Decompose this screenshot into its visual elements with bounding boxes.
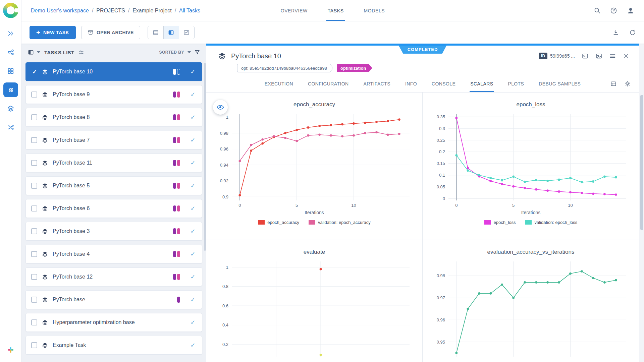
id-value[interactable]: 59f99d65 ...: [550, 53, 575, 59]
console-output-icon[interactable]: [582, 53, 589, 60]
scrollbar-thumb[interactable]: [640, 95, 643, 230]
chart-view-icon[interactable]: [179, 26, 194, 39]
task-checkbox[interactable]: [31, 297, 37, 303]
filter-icon[interactable]: [194, 49, 200, 55]
table-view-icon[interactable]: [148, 26, 163, 39]
top-tab-tasks[interactable]: TASKS: [326, 0, 345, 21]
task-tags-pill: [173, 160, 180, 166]
slack-icon[interactable]: [3, 343, 18, 357]
task-tags-pill: [173, 228, 180, 234]
task-row[interactable]: PyTorch base: [25, 290, 202, 309]
task-checkbox[interactable]: [31, 183, 37, 189]
task-status-check-icon: [189, 114, 197, 121]
new-task-button[interactable]: NEW TASK: [30, 26, 76, 39]
left-nav-rail: [0, 0, 21, 362]
task-row[interactable]: Example Task: [25, 336, 202, 355]
user-avatar[interactable]: [627, 7, 635, 15]
task-row[interactable]: PyTorch base 11: [25, 154, 202, 172]
projects-icon[interactable]: [3, 82, 18, 97]
detail-tab-console[interactable]: CONSOLE: [431, 75, 456, 92]
task-checkbox[interactable]: [31, 69, 37, 75]
task-checkbox[interactable]: [31, 251, 37, 257]
experiments-icon[interactable]: [3, 101, 18, 116]
detail-tab-debug-samples[interactable]: DEBUG SAMPLES: [538, 75, 581, 92]
close-icon[interactable]: [623, 53, 630, 59]
detail-tab-configuration[interactable]: CONFIGURATION: [307, 75, 350, 92]
task-row[interactable]: PyTorch base 9: [25, 85, 202, 104]
task-row[interactable]: PyTorch base 6: [25, 199, 202, 218]
task-title: PyTorch base 10: [231, 52, 281, 60]
task-type-icon: [42, 137, 48, 143]
task-row[interactable]: Hyperparameter optimization base: [25, 313, 202, 332]
breadcrumb-separator: /: [128, 8, 129, 14]
task-checkbox[interactable]: [31, 137, 37, 143]
legend-item[interactable]: validation: epoch_loss: [525, 220, 577, 225]
legend-item[interactable]: epoch_accuracy: [258, 220, 299, 225]
split-view-icon[interactable]: [163, 26, 179, 39]
task-tags-pill: [173, 183, 180, 189]
breadcrumb-item[interactable]: Demo User's workspace: [31, 8, 89, 14]
top-tab-overview[interactable]: OVERVIEW: [279, 0, 309, 21]
detail-tab-execution[interactable]: EXECUTION: [264, 75, 294, 92]
legend-item[interactable]: validation: epoch_accuracy: [309, 220, 371, 225]
clearml-logo[interactable]: [3, 3, 18, 18]
chart-legend: epoch_lossvalidation: epoch_loss: [484, 220, 578, 225]
status-line: COMPLETED: [206, 44, 639, 46]
task-checkbox[interactable]: [31, 342, 37, 348]
top-bar: Demo User's workspace/PROJECTS/Example P…: [21, 0, 644, 21]
download-icon[interactable]: [612, 29, 619, 36]
task-checkbox[interactable]: [31, 114, 37, 120]
dashboard-icon[interactable]: [3, 26, 18, 41]
task-tag-chip[interactable]: opt: 85e5482ddd7149b8ba0446356eedca98: [237, 64, 333, 72]
auto-refresh-icon[interactable]: [629, 29, 636, 36]
legend-item[interactable]: epoch_loss: [484, 220, 516, 225]
task-row[interactable]: PyTorch base 5: [25, 176, 202, 195]
sort-direction-icon[interactable]: [187, 51, 191, 53]
breadcrumb-separator: /: [175, 8, 176, 14]
chart-plot[interactable]: 0.20.40.60.81: [210, 259, 418, 357]
task-checkbox[interactable]: [31, 160, 37, 166]
open-archive-button[interactable]: OPEN ARCHIVE: [81, 26, 140, 39]
task-row[interactable]: PyTorch base 7: [25, 131, 202, 149]
top-tab-models[interactable]: MODELS: [363, 0, 386, 21]
svg-text:10: 10: [568, 203, 573, 208]
detail-scrollbar[interactable]: [639, 44, 644, 362]
task-checkbox[interactable]: [31, 228, 37, 234]
tasks-list-scrollbar[interactable]: [204, 63, 206, 251]
chart-plot[interactable]: 0.950.960.970.98: [427, 259, 635, 357]
task-tags-pill: [173, 205, 180, 212]
task-checkbox[interactable]: [31, 319, 37, 325]
task-tags-pill: [173, 137, 180, 143]
column-settings-icon[interactable]: [78, 49, 84, 55]
help-icon[interactable]: [610, 7, 617, 14]
breadcrumb-item[interactable]: All Tasks: [179, 8, 200, 14]
workers-queues-icon[interactable]: [3, 120, 18, 135]
settings-gear-icon[interactable]: [624, 80, 631, 87]
task-row[interactable]: PyTorch base 10: [25, 62, 202, 81]
chart-plot[interactable]: 00.050.10.150.20.250.30.350510: [427, 111, 635, 209]
task-row[interactable]: PyTorch base 8: [25, 108, 202, 127]
task-checkbox[interactable]: [31, 274, 37, 280]
task-row[interactable]: PyTorch base 4: [25, 245, 202, 263]
detail-tab-scalars[interactable]: SCALARS: [470, 75, 494, 92]
metrics-table-icon[interactable]: [610, 80, 617, 87]
pipelines-icon[interactable]: [3, 45, 18, 60]
datasets-icon[interactable]: [3, 64, 18, 78]
detail-tab-artifacts[interactable]: ARTIFACTS: [363, 75, 391, 92]
task-tag-chip[interactable]: optimization: [337, 64, 372, 72]
task-checkbox[interactable]: [31, 92, 37, 98]
scalars-charts-area: epoch_accuracy 0.90.920.940.960.9810510 …: [206, 93, 639, 362]
show-hide-metrics-button[interactable]: [213, 100, 228, 115]
task-checkbox[interactable]: [31, 205, 37, 212]
list-layout-icon[interactable]: [28, 49, 34, 56]
detail-tab-info[interactable]: INFO: [405, 75, 418, 92]
debug-image-icon[interactable]: [595, 53, 602, 60]
task-row[interactable]: PyTorch base 12: [25, 267, 202, 286]
chart-plot[interactable]: 0.90.920.940.960.9810510: [210, 111, 418, 209]
search-icon[interactable]: [594, 7, 601, 14]
task-type-icon: [42, 274, 48, 280]
chevron-down-icon[interactable]: [37, 51, 40, 53]
menu-icon[interactable]: [609, 53, 616, 60]
detail-tab-plots[interactable]: PLOTS: [507, 75, 525, 92]
task-row[interactable]: PyTorch base 3: [25, 222, 202, 241]
